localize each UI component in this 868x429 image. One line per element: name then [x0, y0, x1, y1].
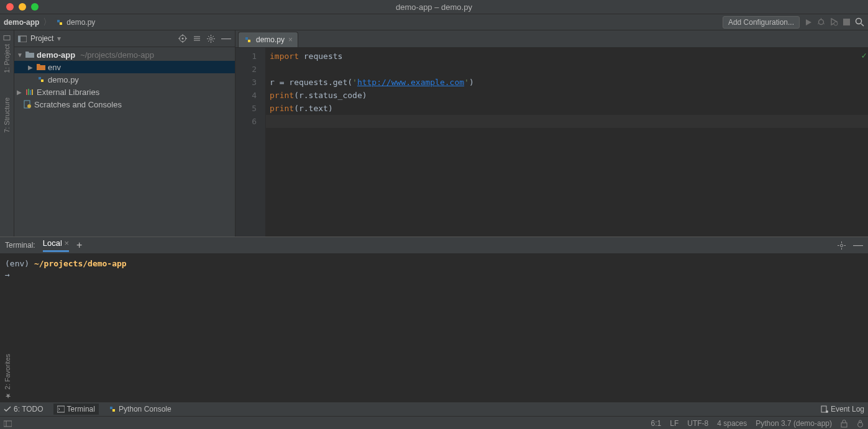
hide-panel-icon[interactable]: —	[221, 33, 231, 44]
editor-tab-label: demo.py	[256, 35, 285, 44]
folder-excluded-icon	[37, 63, 45, 71]
todo-icon	[4, 405, 11, 413]
svg-point-45	[826, 410, 828, 413]
python-console-tool-button[interactable]: Python Console	[109, 405, 171, 413]
project-panel: Project ▾ — ▼ demo-app ~/projects/demo-a…	[14, 30, 235, 237]
svg-rect-48	[841, 423, 847, 427]
status-indent[interactable]: 4 spaces	[717, 419, 747, 428]
svg-line-27	[212, 40, 214, 42]
project-icon	[3, 34, 11, 42]
tree-scratches[interactable]: Scratches and Consoles	[14, 98, 235, 111]
close-tab-icon[interactable]: ×	[288, 35, 293, 44]
status-position[interactable]: 6:1	[651, 419, 662, 428]
breadcrumb-project[interactable]: demo-app	[4, 18, 39, 27]
svg-line-8	[861, 24, 864, 26]
terminal-title: Terminal:	[5, 241, 35, 250]
project-panel-header: Project ▾ —	[14, 30, 235, 47]
breadcrumb-file[interactable]: demo.py	[55, 18, 95, 27]
terminal-panel: Terminal: Local × + — (env) ~/projects/d…	[0, 237, 868, 402]
svg-point-13	[182, 38, 184, 40]
lock-icon[interactable]	[841, 420, 847, 428]
coverage-icon[interactable]	[830, 18, 838, 26]
todo-tool-button[interactable]: 6: TODO	[4, 405, 43, 413]
add-configuration-button[interactable]: Add Configuration...	[723, 16, 800, 29]
main-area: 1: Project 7: Structure Project ▾ — ▼ de…	[0, 30, 868, 237]
editor: demo.py × 123 456 import requests r = re…	[235, 30, 868, 237]
tree-root-label: demo-app	[37, 50, 75, 60]
project-panel-title: Project	[30, 34, 53, 43]
svg-point-1	[819, 20, 824, 25]
left-tool-strip-bottom: ★2: Favorites	[0, 354, 14, 400]
svg-point-36	[27, 104, 31, 108]
inspector-icon[interactable]	[856, 420, 864, 428]
navigation-bar: demo-app 〉 demo.py Add Configuration...	[0, 14, 868, 30]
collapse-all-icon[interactable]	[193, 35, 201, 42]
caret-line	[266, 115, 868, 128]
folder-icon	[25, 51, 34, 58]
new-terminal-button[interactable]: +	[76, 240, 82, 251]
debug-icon[interactable]	[817, 18, 825, 26]
project-tool-button[interactable]: 1: Project	[3, 34, 11, 73]
code-area[interactable]: import requests r = requests.get('http:/…	[266, 48, 868, 237]
project-tree: ▼ demo-app ~/projects/demo-app ▶ env dem…	[14, 47, 235, 111]
close-tab-icon[interactable]: ×	[64, 238, 69, 248]
python-file-icon	[244, 35, 252, 44]
project-view-icon	[18, 35, 27, 42]
gear-icon[interactable]	[838, 242, 846, 250]
svg-line-26	[208, 36, 209, 37]
favorites-tool-button[interactable]: ★2: Favorites	[3, 354, 11, 400]
chevron-right-icon: ▶	[28, 64, 34, 71]
terminal-tab-local[interactable]: Local ×	[43, 238, 69, 252]
status-encoding[interactable]: UTF-8	[687, 419, 708, 428]
gear-icon[interactable]	[207, 35, 215, 43]
chevron-right-icon: 〉	[43, 17, 52, 28]
terminal-icon	[57, 405, 65, 413]
status-interpreter[interactable]: Python 3.7 (demo-app)	[756, 419, 832, 428]
svg-rect-46	[4, 421, 12, 427]
search-icon[interactable]	[855, 17, 864, 27]
svg-line-29	[208, 40, 209, 42]
tree-external-libraries[interactable]: ▶ External Libraries	[14, 86, 235, 98]
tree-file-demo[interactable]: demo.py	[14, 73, 235, 86]
svg-point-7	[856, 19, 862, 24]
bottom-tool-bar: 6: TODO Terminal Python Console Event Lo…	[0, 402, 868, 416]
inspection-ok-icon[interactable]: ✓	[862, 49, 867, 62]
tree-item-label: Scratches and Consoles	[34, 100, 122, 109]
tree-item-label: env	[48, 63, 61, 72]
dropdown-icon[interactable]: ▾	[57, 34, 61, 43]
breadcrumb: demo-app 〉 demo.py	[4, 17, 95, 28]
svg-rect-11	[18, 36, 21, 42]
svg-rect-43	[57, 406, 65, 412]
window-title: demo-app – demo.py	[0, 2, 868, 12]
chevron-right-icon: ▶	[17, 89, 23, 96]
event-log-button[interactable]: Event Log	[821, 405, 864, 413]
tree-root-path: ~/projects/demo-app	[80, 50, 154, 60]
run-icon[interactable]	[805, 19, 812, 26]
python-file-icon	[55, 18, 64, 27]
gutter: 123 456	[235, 48, 266, 237]
svg-rect-31	[26, 89, 27, 95]
structure-tool-button[interactable]: 7: Structure	[3, 97, 11, 133]
svg-rect-34	[32, 89, 33, 95]
svg-rect-32	[28, 89, 29, 95]
editor-tab-demo[interactable]: demo.py ×	[238, 32, 298, 47]
tree-root[interactable]: ▼ demo-app ~/projects/demo-app	[14, 48, 235, 61]
editor-body[interactable]: 123 456 import requests r = requests.get…	[235, 48, 868, 237]
locate-icon[interactable]	[178, 34, 187, 43]
libraries-icon	[25, 88, 34, 96]
terminal-tool-button[interactable]: Terminal	[53, 404, 99, 415]
svg-rect-9	[4, 35, 10, 40]
svg-rect-44	[821, 406, 826, 412]
status-left[interactable]	[4, 420, 12, 428]
tool-windows-icon	[4, 420, 12, 428]
status-line-separator[interactable]: LF	[670, 419, 678, 428]
title-bar: demo-app – demo.py	[0, 0, 868, 14]
svg-rect-6	[843, 19, 850, 25]
terminal-header: Terminal: Local × + —	[0, 237, 868, 255]
terminal-body[interactable]: (env) ~/projects/demo-app →	[0, 255, 868, 284]
tree-env-folder[interactable]: ▶ env	[14, 61, 235, 73]
chevron-down-icon: ▼	[17, 52, 23, 58]
hide-panel-icon[interactable]: —	[853, 240, 863, 251]
svg-line-4	[823, 23, 825, 24]
stop-icon[interactable]	[843, 19, 850, 25]
